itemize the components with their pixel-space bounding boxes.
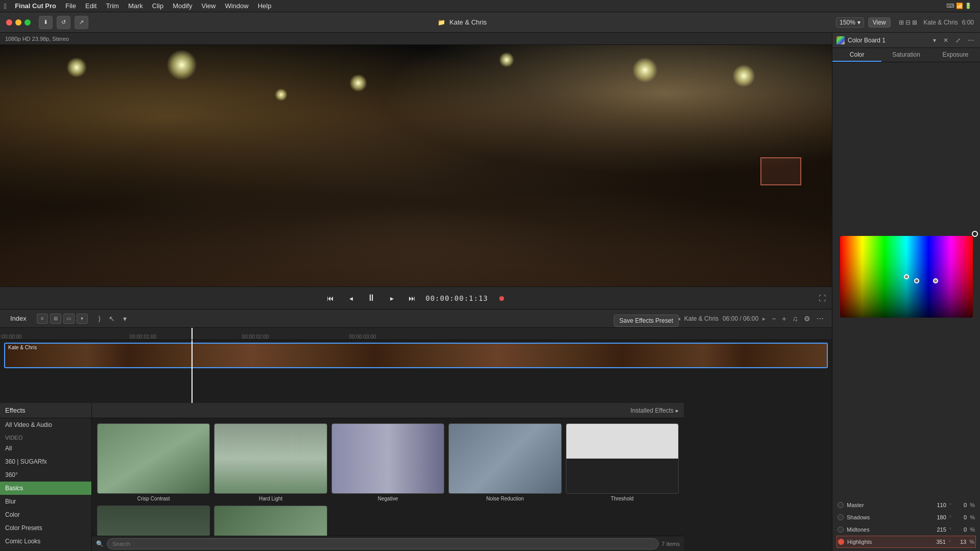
highlights-value: 13 bbox=[954, 539, 966, 545]
color-wheel-area[interactable] bbox=[832, 62, 980, 496]
zoom-in-timeline-icon[interactable]: + bbox=[780, 314, 788, 324]
items-count: 7 items bbox=[662, 541, 680, 547]
main-toolbar: ⬇ ↺ ↗ 📁 Kate & Chris 150% ▾ View ⊞ ⊟ ⊠ K… bbox=[0, 12, 980, 33]
effect-hard-light[interactable]: Hard Light bbox=[214, 423, 327, 501]
play-pause-button[interactable]: ⏸ bbox=[364, 291, 378, 305]
settings-icon[interactable]: ⚙ bbox=[802, 314, 812, 324]
library-icon: 📁 bbox=[438, 19, 445, 26]
hard-light-thumbnail bbox=[214, 423, 327, 494]
master-percent: % bbox=[970, 502, 975, 508]
master-label: Master bbox=[847, 502, 925, 508]
shadows-value-row: Shadows 180 ° 0 % bbox=[836, 511, 976, 523]
effects-360[interactable]: 360° bbox=[0, 468, 91, 482]
color-tab-exposure[interactable]: Exposure bbox=[931, 48, 980, 62]
color-board-chevron-button[interactable]: ▾ bbox=[931, 36, 938, 45]
menu-mark[interactable]: Mark bbox=[124, 1, 147, 11]
effects-distortion[interactable]: Distortion bbox=[0, 548, 91, 551]
options-button[interactable]: ▾ bbox=[77, 314, 88, 324]
next-frame-button[interactable]: ▸ bbox=[385, 291, 399, 305]
skip-back-button[interactable]: ⏮ bbox=[323, 291, 338, 305]
menu-file[interactable]: File bbox=[61, 1, 80, 11]
effects-search-input[interactable] bbox=[107, 538, 659, 549]
highlights-label: Highlights bbox=[847, 539, 924, 545]
highlights-value-row: Highlights 351 ° 13 % bbox=[836, 536, 976, 548]
razor-tool-icon[interactable]: ⟩ bbox=[96, 314, 103, 324]
master-angle: 110 bbox=[928, 502, 946, 508]
refresh-button[interactable]: ↺ bbox=[57, 16, 70, 29]
effects-color[interactable]: Color bbox=[0, 508, 91, 521]
window-controls bbox=[6, 19, 31, 26]
video-clip[interactable]: Kate & Chris bbox=[4, 343, 828, 368]
effects-grid: Crisp Contrast Hard Light Negative bbox=[92, 418, 684, 551]
maximize-button[interactable] bbox=[25, 19, 31, 26]
noise-reduction-thumbnail bbox=[448, 423, 561, 494]
zoom-out-timeline-icon[interactable]: − bbox=[770, 314, 778, 324]
back-button[interactable]: ⬇ bbox=[39, 16, 53, 29]
effects-blur[interactable]: Blur bbox=[0, 495, 91, 508]
color-board-expand-button[interactable]: ⤢ bbox=[953, 36, 963, 45]
menu-clip[interactable]: Clip bbox=[148, 1, 168, 11]
timecode-1: 00:00:01:00 bbox=[130, 334, 157, 340]
menu-edit[interactable]: Edit bbox=[81, 1, 101, 11]
left-panel: 1080p HD 23.98p, Stereo bbox=[0, 33, 832, 551]
effects-360-sugarfx[interactable]: 360 | SUGARfx bbox=[0, 455, 91, 468]
effects-all[interactable]: All bbox=[0, 442, 91, 455]
color-board-close-button[interactable]: ✕ bbox=[941, 36, 950, 45]
master-dot[interactable] bbox=[904, 274, 909, 279]
shadows-dot[interactable] bbox=[914, 278, 919, 283]
effect-threshold[interactable]: Threshold bbox=[566, 423, 679, 501]
effects-comic-looks[interactable]: Comic Looks bbox=[0, 535, 91, 548]
effects-color-presets[interactable]: Color Presets bbox=[0, 521, 91, 535]
close-button[interactable] bbox=[6, 19, 12, 26]
effects-content-header: Installed Effects ▸ bbox=[92, 403, 684, 418]
master-circle-icon[interactable] bbox=[838, 502, 844, 508]
tool-options-icon[interactable]: ▾ bbox=[121, 314, 129, 324]
midtones-angle: 215 bbox=[928, 526, 946, 533]
list-view-button[interactable]: ≡ bbox=[37, 314, 48, 324]
color-tab-color[interactable]: Color bbox=[832, 48, 881, 62]
record-button[interactable]: ⏺ bbox=[494, 291, 509, 305]
master-degree-sep: ° bbox=[949, 502, 951, 508]
effect-noise-reduction[interactable]: Noise Reduction bbox=[448, 423, 561, 501]
select-tool-icon[interactable]: ↖ bbox=[107, 314, 117, 324]
midtones-circle-icon[interactable] bbox=[838, 526, 844, 533]
shadows-circle-icon[interactable] bbox=[838, 514, 844, 520]
midtones-dot[interactable] bbox=[933, 278, 938, 283]
grid-view-button[interactable]: ⊞ bbox=[50, 314, 61, 324]
prev-frame-button[interactable]: ◂ bbox=[344, 291, 358, 305]
highlights-circle-icon[interactable] bbox=[838, 539, 844, 545]
effects-panel: Effects All Video & Audio VIDEO All 360 … bbox=[0, 403, 684, 551]
effects-header: Effects bbox=[0, 403, 91, 418]
clip-view-button[interactable]: ▭ bbox=[63, 314, 75, 324]
effects-basics[interactable]: Basics bbox=[0, 482, 91, 495]
color-board-more-button[interactable]: ⋯ bbox=[966, 36, 976, 45]
effect-crisp-contrast[interactable]: Crisp Contrast bbox=[97, 423, 210, 501]
skip-forward-button[interactable]: ⏭ bbox=[405, 291, 419, 305]
view-button[interactable]: View bbox=[868, 17, 891, 28]
zoom-control[interactable]: 150% ▾ bbox=[836, 17, 864, 28]
minimize-button[interactable] bbox=[15, 19, 21, 26]
menu-modify[interactable]: Modify bbox=[169, 1, 196, 11]
color-gradient-canvas[interactable] bbox=[840, 236, 973, 318]
menu-app-name[interactable]: Final Cut Pro bbox=[11, 1, 60, 11]
share-button[interactable]: ↗ bbox=[75, 16, 88, 29]
video-preview[interactable] bbox=[0, 45, 832, 286]
project-label-arrow-right[interactable]: ▸ bbox=[762, 315, 766, 322]
effect-negative[interactable]: Negative bbox=[331, 423, 444, 501]
installed-effects-chevron[interactable]: ▸ bbox=[676, 407, 679, 414]
highlights-dot[interactable] bbox=[972, 231, 978, 237]
menu-view[interactable]: View bbox=[197, 1, 220, 11]
index-tab[interactable]: Index bbox=[6, 313, 31, 324]
fullscreen-button[interactable]: ⛶ bbox=[819, 294, 826, 302]
negative-label: Negative bbox=[378, 496, 398, 501]
color-tab-saturation[interactable]: Saturation bbox=[881, 48, 930, 62]
color-board-icon bbox=[836, 36, 845, 44]
more-options-icon[interactable]: ⋯ bbox=[815, 314, 826, 324]
menu-trim[interactable]: Trim bbox=[102, 1, 123, 11]
menu-window[interactable]: Window bbox=[221, 1, 252, 11]
upper-section: 1080p HD 23.98p, Stereo bbox=[0, 33, 980, 551]
audio-icon[interactable]: ♫ bbox=[791, 314, 800, 324]
save-effects-preset-button[interactable]: Save Effects Preset bbox=[614, 315, 679, 327]
effects-all-video-audio[interactable]: All Video & Audio bbox=[0, 418, 91, 432]
menu-help[interactable]: Help bbox=[254, 1, 276, 11]
